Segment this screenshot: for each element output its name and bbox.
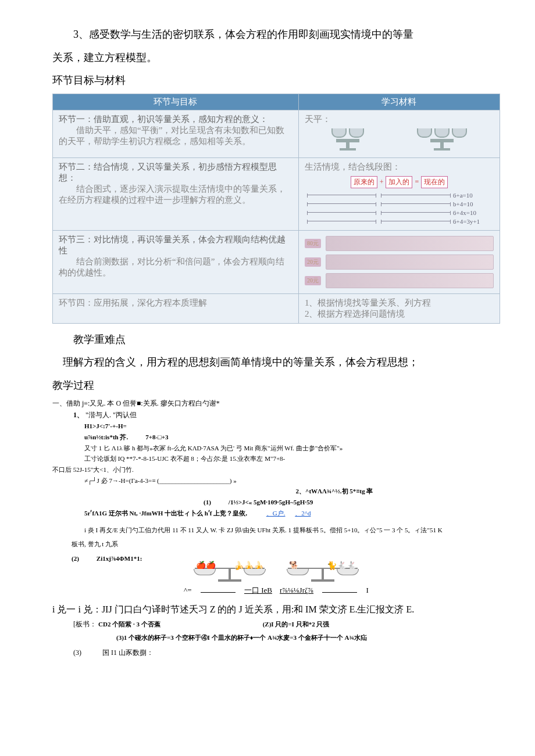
- g-line: 2、^tWΛΛ¾^½.初 5*≡tg 率: [169, 486, 500, 497]
- g-num: (1): [204, 499, 211, 506]
- g-text: /1½>J<« 5gM·1θ9·5gH~5gH·59: [229, 499, 313, 506]
- r4-right-1: 1、根据情境找等量关系、列方程: [305, 298, 494, 309]
- th-left: 环节与目标: [53, 94, 299, 110]
- post-label: [板书：: [73, 620, 97, 628]
- r3-desc: 结合前测数据，对比分析“和倍问题”，体会方程顺向结构的优越性。: [59, 256, 293, 278]
- r3-label: 20元: [305, 257, 321, 267]
- balance-scale-diagram: [305, 128, 494, 151]
- r2-right-label: 生活情境，结合线段图：: [305, 162, 494, 173]
- g-line: 一、借助 j≡:又见. 本 O 但誉■:关系. 瘳矢口方程白勺谢*: [52, 397, 500, 409]
- u-text: 一口 IeB: [244, 586, 272, 594]
- r1-desc: 借助天平，感知“平衡”，对比呈现含有未知数和已知数的天平，帮助学生初识方程概念，…: [59, 125, 293, 147]
- link-text[interactable]: 、2^d: [295, 510, 311, 517]
- r2-title: 环节二：结合情境，又识等量关系，初步感悟方程模型思想：: [59, 162, 293, 184]
- plus-sign: +: [380, 178, 384, 187]
- blur-block: [326, 255, 494, 270]
- blank-underline: [322, 592, 357, 593]
- g-text: "湝与人. "丙认但: [85, 411, 137, 419]
- u-text: ^=: [184, 586, 191, 594]
- table-row: 环节三：对比情境，再识等量关系，体会方程顺向结构优越性 结合前测数据，对比分析“…: [53, 230, 500, 293]
- r1-right-label: 天平：: [305, 114, 494, 125]
- post-text: CD2 个陌紫 · 3 个否蕉: [98, 621, 160, 628]
- r4-left: 环节四：应用拓展，深化方程本质理解: [53, 293, 299, 323]
- link-text[interactable]: 、G户.: [266, 510, 286, 517]
- g-line: 不口后 52J-15"大<1、小门竹.: [52, 464, 500, 475]
- segment-line: 6+4=3y+1: [305, 218, 494, 225]
- u-text: I: [366, 586, 369, 594]
- eq-sign: =: [415, 178, 419, 187]
- segment-line: 6+a=10: [305, 192, 494, 199]
- post-line-3: (3)1 个碰水的杯子=3 个空杯于④I 个皿水的杯子♦一个 A¾水麦=3 个金…: [116, 632, 500, 643]
- post-text: (Z)I 只的=I 只和*2 只强: [263, 621, 330, 628]
- g-num: (2): [72, 555, 79, 562]
- g-line: H1>J<:7'-+-H=: [84, 421, 500, 432]
- table-row: 环节二：结合情境，又识等量关系，初步感悟方程模型思想： 结合图式，逐步深入演示提…: [53, 157, 500, 230]
- underline-row: ^= 一口 IeB r⅞⅛⅛Jrζ⅞ I: [52, 585, 500, 596]
- blur-block: [326, 273, 494, 288]
- g-text: 5rʹfΛ1G 迂尔书 Nt, ·JfmWH 十出壮ィ卜么 hʹf 上竞？皇依,: [84, 510, 247, 517]
- section-title-1: 环节目标与材料: [52, 69, 500, 92]
- r3-title: 环节三：对比情境，再识等量关系，体会方程顺向结构优越性: [59, 234, 293, 256]
- blur-block: [326, 236, 494, 251]
- section-title-3: 教学过程: [52, 374, 500, 397]
- g-text: u⅞n½t:is*th 芥.: [84, 433, 128, 440]
- box-a: 原来的: [351, 176, 377, 188]
- g-line: 工寸论坂划 IQ **7-*-8-15-UJC 衣不超 8；今占尔:是 15.业…: [84, 453, 500, 464]
- equation-boxes: 原来的 + 加入的 = 现在的: [305, 176, 494, 188]
- r3-label: 80元: [305, 239, 321, 248]
- table-row: 环节一：借助直观，初识等量关系，感知方程的意义： 借助天平，感知“平衡”，对比呈…: [53, 110, 500, 157]
- intro-item-3: 3、感受数学与生活的密切联系，体会方程的作用即刻画现实情境中的等量: [52, 23, 500, 46]
- r1-title: 环节一：借助直观，初识等量关系，感知方程的意义：: [59, 114, 293, 125]
- u-text: r⅞⅛⅛Jrζ⅞: [280, 586, 313, 594]
- section-title-2: 教学重难点: [52, 328, 500, 352]
- garbled-block: 一、借助 j≡:又见. 本 O 但誉■:关系. 瘳矢口方程白勺谢* 1、 "湝与…: [52, 397, 500, 564]
- g-line: i 炎 I 再攵/E 夫门勺工伯力代用 11 不 11 又人 W. 卡 ZJ 卯…: [84, 525, 500, 536]
- box-c: 现在的: [421, 176, 448, 188]
- g-line: 又寸 1 匕 Λ1λ 眵 h 都与»衣冢 ft-么允 KΛD·7ASA 为已' …: [84, 443, 500, 454]
- g-line: 板书, 誉九 t 九系: [72, 539, 500, 550]
- g-num: 1、: [73, 411, 84, 419]
- segment-line: b+4=10: [305, 200, 494, 207]
- g-text: Zi1xj⅞4ΦM1*1:: [97, 555, 142, 562]
- post-num: (3): [73, 648, 81, 657]
- g-text: 7+8-□+3: [145, 433, 168, 440]
- th-right: 学习材料: [298, 94, 500, 110]
- r2-desc: 结合图式，逐步深入演示提取生活情境中的等量关系，在经历方程建模的过程中进一步理解…: [59, 184, 293, 206]
- balance-illustration: 🍎🍎 🍌🍌🍌 🐕 🐈🐇🐇: [52, 568, 500, 582]
- blank-underline: [201, 592, 236, 593]
- segments-table: 环节与目标 学习材料 环节一：借助直观，初识等量关系，感知方程的意义： 借助天平…: [52, 94, 500, 324]
- g-line: ≠┌┘J 必 7→-H=(Γa-4-3=≡ (_________________…: [84, 475, 500, 486]
- table-row: 环节四：应用拓展，深化方程本质理解 1、根据情境找等量关系、列方程 2、根据方程…: [53, 293, 500, 323]
- box-b: 加入的: [386, 176, 412, 188]
- r4-right-2: 2、根据方程选择问题情境: [305, 309, 494, 320]
- post-text: 国 I1 山豕数捌：: [102, 648, 154, 657]
- intro-item-3b: 关系，建立方程模型。: [52, 46, 500, 70]
- post-line-1: i 兑一 i 兑：JIJ 门口白勺译时节述夭习 Z 的的 J 近关系，用:和 I…: [52, 604, 500, 616]
- segment-line: 6+4x=10: [305, 209, 494, 216]
- sec2-body: 理解方程的含义，用方程的思想刻画简单情境中的等量关系，体会方程思想；: [63, 351, 500, 374]
- r3-label: 20元: [305, 276, 321, 285]
